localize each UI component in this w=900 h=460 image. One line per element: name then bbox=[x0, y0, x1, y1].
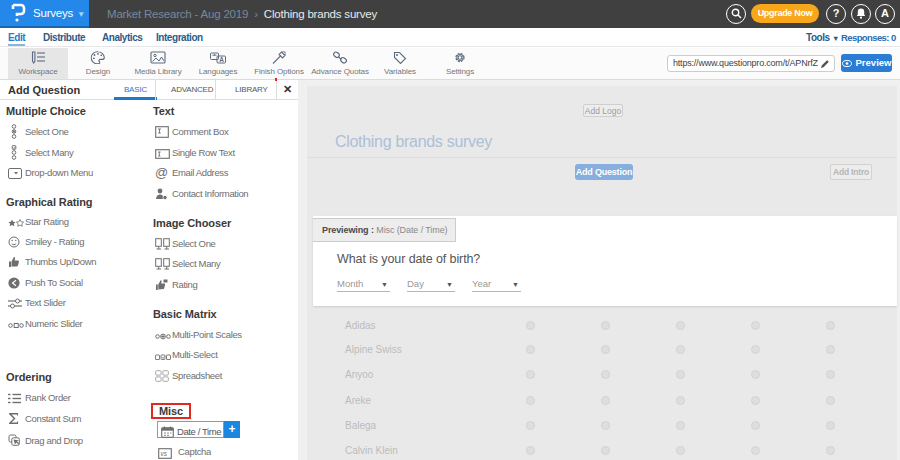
svg-text:@: @ bbox=[155, 166, 168, 179]
svg-text:vs: vs bbox=[161, 450, 168, 457]
